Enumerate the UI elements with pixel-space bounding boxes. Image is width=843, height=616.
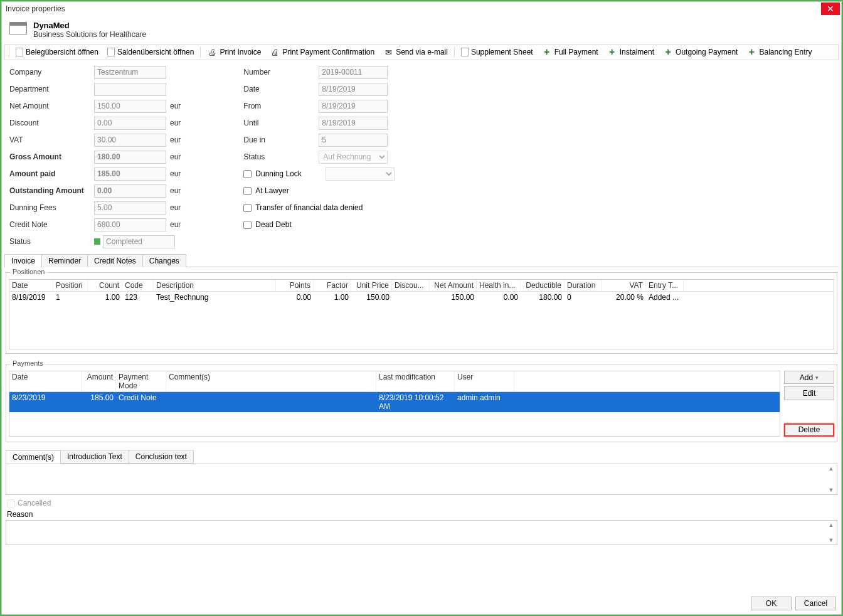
number-input xyxy=(319,66,388,79)
plus-icon: + xyxy=(542,47,552,57)
net-input xyxy=(94,100,166,113)
company-input xyxy=(94,66,166,79)
cancel-button[interactable]: Cancel xyxy=(795,597,836,610)
discount-label: Discount xyxy=(9,119,94,127)
salden-button[interactable]: Saldenübersicht öffnen xyxy=(103,46,198,58)
toolbar: Belegübersicht öffnen Saldenübersicht öf… xyxy=(4,44,839,60)
tab-invoice[interactable]: Invoice xyxy=(4,254,42,267)
brand-logo-icon xyxy=(9,22,27,35)
status-indicator-icon xyxy=(94,238,100,245)
outgoing-button[interactable]: +Outgoing Payment xyxy=(659,46,741,58)
tab-reminder[interactable]: Reminder xyxy=(41,254,88,267)
mail-icon: ✉ xyxy=(383,47,393,57)
creditnote-input xyxy=(94,218,166,231)
scroll-down-icon[interactable]: ▼ xyxy=(827,487,835,493)
doc-icon xyxy=(107,48,115,56)
payments-legend: Payments xyxy=(10,359,46,367)
print-invoice-button[interactable]: 🖨Print Invoice xyxy=(203,46,265,58)
printer-icon: 🖨 xyxy=(270,47,280,57)
company-label: Company xyxy=(9,68,94,77)
dunninglock-checkbox[interactable] xyxy=(243,170,252,178)
gross-label: Gross Amount xyxy=(9,152,94,161)
ok-button[interactable]: OK xyxy=(751,597,792,610)
tab-creditnotes[interactable]: Credit Notes xyxy=(87,254,143,267)
from-input xyxy=(319,100,388,113)
dunninglock-label: Dunning Lock xyxy=(255,169,322,178)
edit-button[interactable]: Edit xyxy=(784,386,834,400)
number-label: Number xyxy=(243,68,319,77)
full-payment-button[interactable]: +Full Payment xyxy=(538,46,602,58)
department-input xyxy=(94,83,166,96)
beleg-button[interactable]: Belegübersicht öffnen xyxy=(12,46,102,58)
positionen-legend: Positionen xyxy=(10,268,47,275)
outstanding-label: Outstanding Amount xyxy=(9,186,94,195)
payments-fieldset: Payments Date Amount Payment Mode Commen… xyxy=(6,364,837,442)
date-label: Date xyxy=(243,85,319,93)
supplement-button[interactable]: Supplement Sheet xyxy=(457,46,537,58)
atlawyer-checkbox[interactable] xyxy=(243,187,252,195)
due-input xyxy=(319,134,388,147)
title-bar: Invoice properties ✕ xyxy=(2,2,841,16)
scroll-down-icon[interactable]: ▼ xyxy=(827,537,835,543)
deaddebt-label: Dead Debt xyxy=(255,220,291,229)
dunninglock-select xyxy=(326,167,395,181)
creditnote-label: Credit Note xyxy=(9,220,94,229)
comments-textarea[interactable]: ▲ ▼ xyxy=(6,464,837,495)
doc-icon xyxy=(16,48,23,56)
scroll-up-icon[interactable]: ▲ xyxy=(827,522,835,528)
paid-input xyxy=(94,167,166,181)
plus-icon: + xyxy=(607,47,617,57)
tab-comments[interactable]: Comment(s) xyxy=(6,450,61,464)
plus-icon: + xyxy=(746,47,756,57)
date-input xyxy=(319,83,388,96)
vat-input xyxy=(94,134,166,147)
main-tabs: Invoice Reminder Credit Notes Changes xyxy=(4,253,839,267)
gross-input xyxy=(94,151,166,164)
plus-icon: + xyxy=(663,47,673,57)
balancing-button[interactable]: +Balancing Entry xyxy=(743,46,815,58)
transfer-label: Transfer of financial data denied xyxy=(255,203,363,212)
status-input xyxy=(103,235,175,248)
add-button[interactable]: Add xyxy=(784,371,834,384)
net-label: Net Amount xyxy=(9,102,94,110)
positionen-fieldset: Positionen Date Position Count Code Desc… xyxy=(6,272,837,354)
brand-tagline: Business Solutions for Healthcare xyxy=(33,30,146,39)
cancelled-label: Cancelled xyxy=(18,499,51,507)
discount-input xyxy=(94,117,166,130)
close-button[interactable]: ✕ xyxy=(821,3,840,15)
positionen-header: Date Position Count Code Description Poi… xyxy=(9,280,834,292)
comment-tabs: Comment(s) Introduction Text Conclusion … xyxy=(6,450,837,464)
delete-button[interactable]: Delete xyxy=(784,423,834,437)
brand-header: DynaMed Business Solutions for Healthcar… xyxy=(2,16,841,44)
until-input xyxy=(319,117,388,130)
reason-textarea[interactable]: ▲ ▼ xyxy=(6,520,837,545)
paid-label: Amount paid xyxy=(9,169,94,178)
status2-select: Auf Rechnung xyxy=(319,151,388,164)
reason-label: Reason xyxy=(7,510,836,519)
instalment-button[interactable]: +Instalment xyxy=(603,46,658,58)
tab-changes[interactable]: Changes xyxy=(142,254,186,267)
status2-label: Status xyxy=(243,152,319,161)
footer: OK Cancel xyxy=(2,593,841,614)
printer-icon: 🖨 xyxy=(207,47,217,57)
deaddebt-checkbox[interactable] xyxy=(243,221,252,229)
dunningfees-label: Dunning Fees xyxy=(9,203,94,212)
print-payment-button[interactable]: 🖨Print Payment Confirmation xyxy=(266,46,378,58)
scroll-up-icon[interactable]: ▲ xyxy=(827,465,835,472)
dunningfees-input xyxy=(94,201,166,215)
positionen-row[interactable]: 8/19/2019 1 1.00 123 Test_Rechnung 0.00 … xyxy=(9,292,834,303)
email-button[interactable]: ✉Send via e-mail xyxy=(379,46,452,58)
tab-intro[interactable]: Introduction Text xyxy=(60,450,129,464)
brand-name: DynaMed xyxy=(33,21,146,30)
payments-header: Date Amount Payment Mode Comment(s) Last… xyxy=(9,371,780,392)
doc-icon xyxy=(461,48,469,56)
vat-label: VAT xyxy=(9,135,94,144)
due-label: Due in xyxy=(243,135,319,144)
atlawyer-label: At Lawyer xyxy=(255,186,289,195)
transfer-checkbox[interactable] xyxy=(243,204,252,212)
payments-row[interactable]: 8/23/2019 185.00 Credit Note 8/23/2019 1… xyxy=(9,392,780,412)
tab-conclusion[interactable]: Conclusion text xyxy=(129,450,194,464)
department-label: Department xyxy=(9,85,94,93)
cancelled-checkbox xyxy=(7,499,15,507)
window-title: Invoice properties xyxy=(2,4,821,13)
